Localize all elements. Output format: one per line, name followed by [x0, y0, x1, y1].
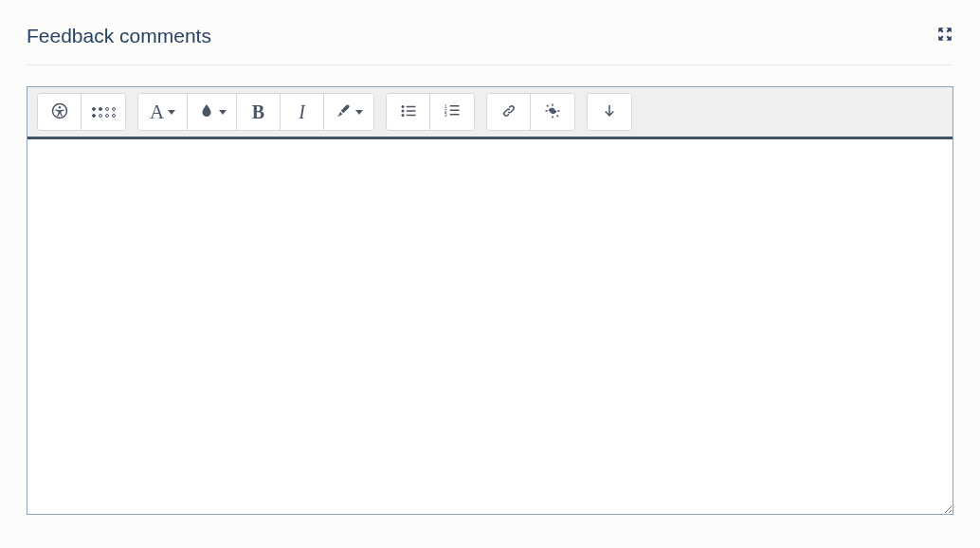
arrow-down-icon	[601, 102, 618, 122]
svg-point-2	[401, 105, 404, 108]
svg-rect-13	[450, 114, 460, 116]
braille-icon	[92, 107, 116, 118]
unlink-icon	[544, 102, 561, 122]
section-header: Feedback comments	[27, 0, 953, 65]
toolbar-group-list: 123	[386, 93, 475, 131]
unordered-list-button[interactable]	[387, 94, 430, 130]
brush-icon	[335, 102, 352, 122]
link-icon	[500, 102, 517, 122]
italic-icon: I	[299, 101, 305, 123]
chevron-down-icon	[355, 110, 363, 115]
editor-content-area[interactable]	[27, 139, 953, 514]
svg-point-1	[58, 106, 60, 108]
svg-rect-11	[450, 109, 460, 111]
expand-icon[interactable]	[936, 26, 953, 46]
screen-reader-helper-button[interactable]	[82, 94, 125, 130]
editor-toolbar: A B I	[27, 87, 953, 139]
toolbar-group-expand	[587, 93, 632, 131]
chevron-down-icon	[168, 110, 175, 115]
accessibility-checker-button[interactable]	[38, 94, 82, 130]
italic-button[interactable]: I	[281, 94, 324, 130]
show-more-buttons[interactable]	[588, 94, 631, 130]
toolbar-group-accessibility	[37, 93, 126, 131]
accessibility-icon	[51, 102, 68, 122]
section-title: Feedback comments	[27, 25, 211, 47]
rich-text-editor: A B I	[27, 86, 953, 515]
svg-point-4	[401, 109, 404, 112]
unlink-button[interactable]	[531, 94, 574, 130]
svg-rect-5	[406, 110, 415, 112]
svg-rect-9	[450, 105, 460, 107]
bullet-list-icon	[400, 102, 417, 122]
svg-rect-3	[406, 105, 415, 107]
drop-icon	[198, 102, 215, 122]
toolbar-group-link	[486, 93, 575, 131]
bold-icon: B	[252, 101, 264, 123]
ordered-list-button[interactable]: 123	[430, 94, 474, 130]
svg-text:3: 3	[445, 112, 447, 118]
chevron-down-icon	[219, 110, 227, 115]
toolbar-group-text: A B I	[137, 93, 374, 131]
svg-point-6	[401, 114, 404, 117]
bold-button[interactable]: B	[237, 94, 281, 130]
highlight-dropdown[interactable]	[324, 94, 373, 130]
numbered-list-icon: 123	[444, 102, 461, 122]
font-style-icon: A	[150, 100, 164, 124]
paragraph-style-dropdown[interactable]: A	[138, 94, 188, 130]
svg-rect-7	[406, 114, 415, 116]
text-color-dropdown[interactable]	[188, 94, 237, 130]
link-button[interactable]	[487, 94, 531, 130]
